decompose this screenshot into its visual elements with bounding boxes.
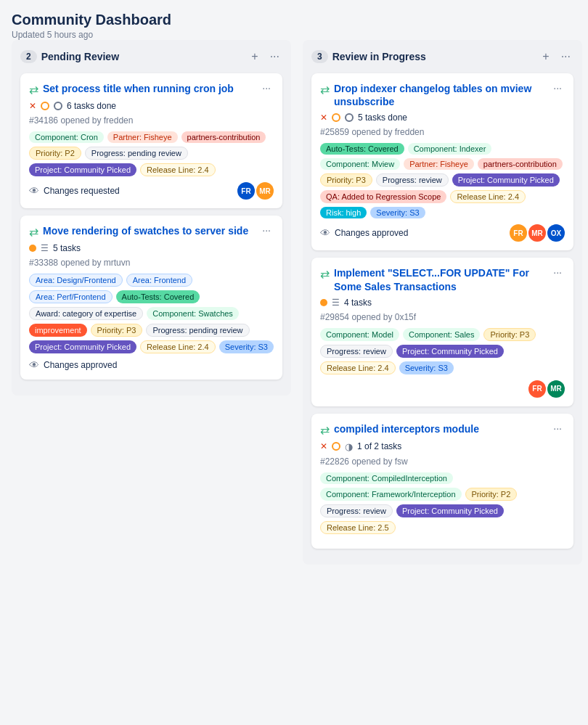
card-title[interactable]: Set process title when running cron job bbox=[43, 82, 255, 95]
card-title[interactable]: compiled interceptors module bbox=[334, 422, 546, 435]
pr-icon: ⇄ bbox=[29, 225, 38, 239]
tag: Component: Model bbox=[320, 328, 399, 341]
board: 2 Pending Review + ··· ⇄ Set process tit… bbox=[12, 40, 576, 565]
tag: Priority: P3 bbox=[91, 324, 143, 337]
card-menu-button[interactable]: ··· bbox=[550, 82, 565, 94]
card-menu-button[interactable]: ··· bbox=[550, 422, 565, 434]
status-bar: 👁 Changes approved bbox=[320, 227, 408, 239]
card-number: #29854 opened by 0x15f bbox=[320, 312, 565, 322]
avatar: FR bbox=[528, 380, 546, 398]
card-menu-button[interactable]: ··· bbox=[550, 266, 565, 278]
tag: partners-contribution bbox=[181, 131, 266, 143]
tasks-done-label: 1 of 2 tasks bbox=[357, 441, 401, 451]
card-meta: ✕ 5 tasks done bbox=[320, 112, 565, 123]
tag: Auto-Tests: Covered bbox=[320, 143, 404, 155]
tasks-done-label: 5 tasks done bbox=[358, 112, 407, 123]
tag: Severity: S3 bbox=[370, 207, 425, 218]
status-x-icon: ✕ bbox=[29, 101, 36, 111]
partial-progress-icon: ◑ bbox=[345, 441, 353, 452]
tasks-done-label: 4 tasks bbox=[344, 298, 372, 308]
avatar: MR bbox=[256, 182, 274, 200]
tag: Project: Community Picked bbox=[29, 163, 136, 176]
column-title: Review in Progress bbox=[332, 51, 536, 62]
tags-container: Component: CronPartner: Fisheyepartners-… bbox=[29, 131, 274, 176]
tag: Progress: review bbox=[320, 345, 393, 358]
card-number: #25859 opened by fredden bbox=[320, 127, 565, 137]
tag: improvement bbox=[29, 324, 87, 337]
tags-container: Area: Design/FrontendArea: FrontendArea:… bbox=[29, 274, 274, 353]
card-card-2: ⇄ Move rendering of swatches to server s… bbox=[20, 216, 282, 380]
card-title[interactable]: Implement "SELECT...FOR UPDATE" For Some… bbox=[334, 266, 546, 292]
status-bar: 👁 Changes approved bbox=[29, 359, 117, 371]
card-title[interactable]: Drop indexer changelog tables on mview u… bbox=[334, 82, 546, 108]
tag: Partner: Fisheye bbox=[107, 131, 178, 143]
tag: Release Line: 2.4 bbox=[450, 190, 526, 203]
column-pending-review: 2 Pending Review + ··· ⇄ Set process tit… bbox=[12, 40, 291, 396]
card-meta: ☰ 5 tasks bbox=[29, 243, 274, 253]
tag: Project: Community Picked bbox=[29, 340, 136, 353]
tag: Auto-Tests: Covered bbox=[116, 290, 200, 303]
column-actions: + ··· bbox=[248, 49, 282, 65]
avatar: MR bbox=[528, 224, 546, 242]
card-card-5: ⇄ compiled interceptors module ··· ✕ ◑ 1… bbox=[311, 414, 573, 549]
tag: Priority: P3 bbox=[483, 328, 536, 341]
tag: Release Line: 2.4 bbox=[320, 361, 396, 374]
column-menu-button[interactable]: ··· bbox=[558, 49, 573, 65]
card-menu-button[interactable]: ··· bbox=[259, 82, 274, 94]
tag: Priority: P2 bbox=[29, 147, 81, 160]
tag: Component: Cron bbox=[29, 131, 104, 143]
status-circle bbox=[332, 442, 340, 451]
status-dot bbox=[320, 299, 327, 306]
footer-status: Changes approved bbox=[44, 360, 117, 370]
card-header: ⇄ Implement "SELECT...FOR UPDATE" For So… bbox=[320, 266, 565, 292]
tag: Severity: S3 bbox=[399, 361, 454, 374]
tag: Area: Perf/Frontend bbox=[29, 290, 113, 303]
tag: Area: Design/Frontend bbox=[29, 274, 123, 287]
card-card-1: ⇄ Set process title when running cron jo… bbox=[20, 73, 282, 208]
column-header: 3 Review in Progress + ··· bbox=[311, 49, 573, 65]
eye-icon: 👁 bbox=[320, 227, 330, 239]
tasks-done-label: 5 tasks bbox=[53, 243, 81, 253]
add-card-button[interactable]: + bbox=[539, 49, 552, 65]
card-header: ⇄ Move rendering of swatches to server s… bbox=[29, 224, 274, 239]
column-title: Pending Review bbox=[41, 51, 245, 62]
tag: Component: Swatches bbox=[147, 307, 239, 320]
avatar: FR bbox=[237, 182, 255, 200]
tag: Progress: review bbox=[376, 173, 449, 187]
tag: Release Line: 2.4 bbox=[140, 163, 216, 176]
tag: Component: Mview bbox=[320, 158, 400, 170]
tag: Priority: P2 bbox=[465, 488, 518, 501]
card-header: ⇄ compiled interceptors module ··· bbox=[320, 422, 565, 437]
footer-status: Changes approved bbox=[335, 228, 408, 238]
eye-icon: 👁 bbox=[29, 185, 39, 197]
avatars: FRMR bbox=[237, 182, 274, 200]
card-footer: 👁 Changes approved bbox=[29, 359, 274, 371]
tag: Component: CompiledInterception bbox=[320, 472, 453, 484]
card-meta: ☰ 4 tasks bbox=[320, 298, 565, 308]
add-card-button[interactable]: + bbox=[248, 49, 261, 65]
tasks-circle-icon bbox=[54, 102, 62, 110]
column-count: 2 bbox=[20, 50, 37, 63]
tasks-circle-icon bbox=[345, 113, 354, 122]
tag: Component: Framework/Interception bbox=[320, 488, 462, 501]
tag: Component: Indexer bbox=[408, 143, 492, 155]
column-menu-button[interactable]: ··· bbox=[267, 49, 282, 65]
tag: partners-contribution bbox=[478, 158, 563, 170]
card-footer: FRMR bbox=[320, 380, 565, 398]
card-number: #22826 opened by fsw bbox=[320, 456, 565, 467]
status-x-icon: ✕ bbox=[320, 441, 327, 451]
avatar: MR bbox=[547, 380, 565, 398]
card-title[interactable]: Move rendering of swatches to server sid… bbox=[43, 224, 255, 237]
column-review-in-progress: 3 Review in Progress + ··· ⇄ Drop indexe… bbox=[303, 40, 582, 565]
tag: Progress: review bbox=[320, 504, 393, 517]
status-dot bbox=[29, 245, 36, 252]
pr-icon: ⇄ bbox=[320, 267, 330, 281]
tag: Area: Frontend bbox=[126, 274, 192, 287]
page-header: Community Dashboard Updated 5 hours ago bbox=[12, 12, 576, 40]
card-menu-button[interactable]: ··· bbox=[259, 224, 274, 236]
tag: Project: Community Picked bbox=[396, 345, 504, 358]
tag: Component: Sales bbox=[403, 328, 481, 341]
avatars: FRMR bbox=[528, 380, 565, 398]
avatar: OX bbox=[547, 224, 565, 242]
card-header: ⇄ Set process title when running cron jo… bbox=[29, 82, 274, 97]
